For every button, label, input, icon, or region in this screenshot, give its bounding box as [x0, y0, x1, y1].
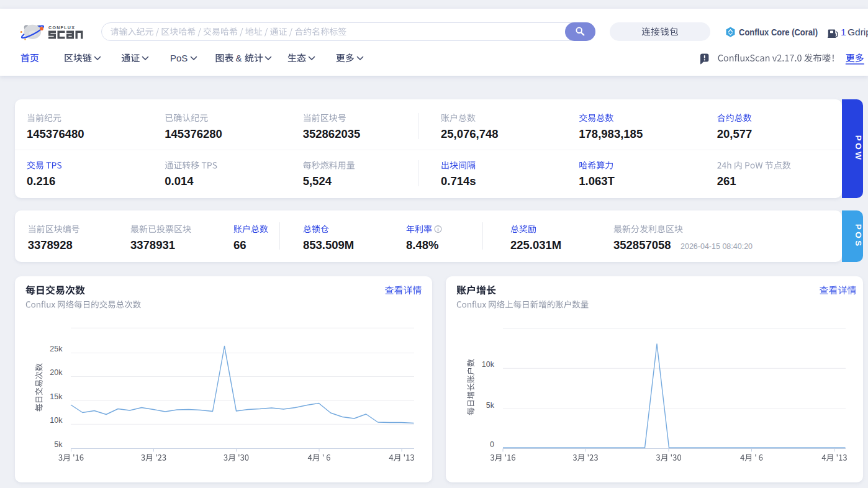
svg-text:CONFLUX: CONFLUX	[48, 25, 75, 30]
svg-text:20k: 20k	[50, 368, 63, 377]
svg-text:2026-04-15 08:40:20: 2026-04-15 08:40:20	[680, 242, 753, 251]
svg-text:0: 0	[490, 440, 494, 449]
svg-text:10k: 10k	[50, 416, 63, 425]
svg-text:20,577: 20,577	[717, 127, 753, 140]
svg-text:352862035: 352862035	[303, 127, 361, 140]
svg-text:853.509M: 853.509M	[303, 238, 354, 251]
svg-text:5k: 5k	[54, 440, 63, 449]
svg-text:261: 261	[717, 174, 736, 188]
svg-text:145376480: 145376480	[27, 127, 84, 140]
svg-text:10k: 10k	[482, 360, 495, 369]
svg-text:0.216: 0.216	[27, 174, 55, 188]
svg-text:178,983,185: 178,983,185	[579, 127, 643, 140]
svg-text:0.714s: 0.714s	[441, 174, 476, 188]
svg-text:1: 1	[841, 27, 846, 37]
svg-text:25,076,748: 25,076,748	[441, 127, 499, 140]
svg-text:5k: 5k	[486, 401, 495, 410]
svg-text:25k: 25k	[50, 345, 63, 353]
svg-text:225.031M: 225.031M	[510, 238, 561, 251]
svg-text:66: 66	[233, 238, 246, 251]
svg-text:1.063T: 1.063T	[579, 174, 615, 188]
svg-text:Gdrip: Gdrip	[848, 27, 868, 37]
svg-text:3378928: 3378928	[28, 238, 73, 251]
svg-text:5,524: 5,524	[303, 174, 332, 188]
svg-text:3378931: 3378931	[130, 238, 175, 251]
svg-text:0.014: 0.014	[165, 174, 194, 188]
svg-text:Conflux Core (Coral): Conflux Core (Coral)	[739, 27, 818, 37]
svg-text:15k: 15k	[50, 392, 63, 401]
svg-text:&: &	[236, 53, 242, 63]
svg-text:8.48%: 8.48%	[406, 238, 438, 251]
svg-text:POS: POS	[854, 224, 863, 248]
svg-text:352857058: 352857058	[613, 238, 671, 251]
svg-text:PoS: PoS	[170, 53, 188, 63]
svg-text:POW: POW	[854, 135, 863, 162]
svg-text:145376280: 145376280	[165, 127, 222, 140]
